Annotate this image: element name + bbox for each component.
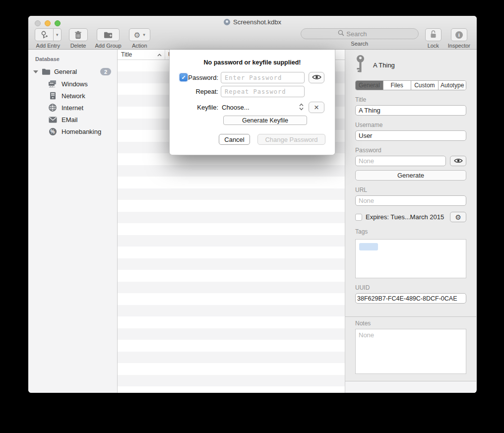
- sidebar-item-general[interactable]: General 2: [28, 65, 117, 78]
- tags-field[interactable]: [355, 239, 466, 278]
- sidebar-item-label: Internet: [62, 104, 83, 112]
- window-chrome: Screenshot.kdbx ▾ Add Entry: [28, 16, 477, 50]
- search-group: Search: [301, 28, 419, 49]
- dialog-repeat-label: Repeat:: [180, 88, 221, 95]
- search-input[interactable]: [346, 30, 381, 38]
- url-field-label: URL: [355, 186, 466, 193]
- info-icon: i: [455, 31, 463, 39]
- folder-icon: [42, 68, 51, 76]
- uuid-field[interactable]: [355, 293, 466, 304]
- add-group-label: Add Group: [95, 43, 122, 49]
- sidebar-item-label: Homebanking: [62, 128, 101, 135]
- gear-icon: ⚙: [134, 31, 140, 39]
- sidebar-item-windows[interactable]: Windows: [28, 78, 117, 90]
- tab-files[interactable]: Files: [383, 81, 411, 90]
- gear-icon: ⚙: [455, 214, 461, 221]
- inspector-button[interactable]: i: [451, 28, 467, 41]
- sidebar-item-label: Windows: [62, 80, 88, 88]
- eye-icon: [454, 157, 463, 166]
- sidebar-item-label: Network: [62, 92, 85, 100]
- delete-button[interactable]: [69, 28, 88, 41]
- sidebar-section-header: Database: [35, 56, 117, 62]
- entry-title: A Thing: [373, 62, 395, 69]
- notes-field[interactable]: [355, 329, 466, 374]
- tab-general[interactable]: General: [356, 81, 383, 90]
- search-field[interactable]: [301, 28, 419, 39]
- title-field-label: Title: [355, 96, 466, 103]
- warning-message: No password or keyfile supplied!: [170, 59, 335, 66]
- username-field-label: Username: [355, 122, 466, 128]
- tab-autotype[interactable]: Autotype: [438, 81, 466, 90]
- windows-network-icon: [48, 80, 57, 88]
- key-plus-icon: [40, 31, 49, 39]
- inspector-tabs: General Files Custom Autotype: [355, 80, 466, 90]
- envelope-icon: [48, 116, 57, 124]
- tab-custom[interactable]: Custom: [411, 81, 439, 90]
- expires-row: Expires: Tues...March 2015 ⚙: [355, 212, 466, 222]
- repeat-password-input[interactable]: [221, 86, 305, 97]
- inspector-panel: A Thing General Files Custom Autotype Ti…: [345, 50, 476, 393]
- dialog-password-label: Password:: [180, 74, 221, 81]
- add-entry-label: Add Entry: [36, 43, 60, 49]
- action-label: Action: [132, 43, 147, 49]
- change-password-button[interactable]: Change Password: [257, 134, 325, 145]
- sidebar-item-internet[interactable]: Internet: [28, 102, 117, 114]
- add-entry-group: ▾ Add Entry: [35, 28, 62, 49]
- lock-group: Lock: [425, 28, 441, 49]
- sidebar: Database General 2 Windows Network: [28, 50, 118, 393]
- generate-keyfile-button[interactable]: Generate Keyfile: [223, 116, 307, 125]
- add-entry-dropdown-button[interactable]: ▾: [54, 28, 62, 41]
- disclosure-triangle-icon[interactable]: [33, 70, 38, 73]
- password-field[interactable]: [355, 156, 446, 166]
- clear-x-icon: ×: [314, 103, 319, 112]
- expires-checkbox[interactable]: [355, 214, 362, 221]
- url-field[interactable]: [355, 195, 466, 206]
- trash-icon: [74, 31, 83, 39]
- sidebar-item-label: EMail: [62, 116, 78, 124]
- dropdown-arrow-icon: ▾: [56, 33, 59, 37]
- keyfile-popup[interactable]: Choose...: [221, 103, 305, 112]
- sidebar-item-network[interactable]: Network: [28, 90, 117, 102]
- clear-keyfile-button[interactable]: ×: [309, 102, 324, 113]
- keyfile-popup-value: Choose...: [222, 104, 250, 111]
- chevron-down-icon: ▾: [143, 33, 145, 37]
- app-window: Screenshot.kdbx ▾ Add Entry: [28, 16, 477, 393]
- cancel-button[interactable]: Cancel: [219, 134, 250, 145]
- sidebar-item-email[interactable]: EMail: [28, 114, 117, 125]
- tag-token[interactable]: [359, 243, 378, 250]
- action-button[interactable]: ⚙ ▾: [129, 28, 150, 41]
- sort-ascending-icon: [157, 51, 162, 58]
- add-entry-button[interactable]: [35, 28, 54, 41]
- eye-icon: [312, 73, 321, 82]
- column-header-title[interactable]: Title: [118, 50, 165, 60]
- enter-password-input[interactable]: [221, 72, 305, 83]
- stepper-icon: [299, 103, 304, 112]
- reveal-password-button[interactable]: [309, 72, 324, 83]
- uuid-label: UUID: [355, 284, 466, 291]
- globe-icon: [48, 104, 57, 112]
- sidebar-item-label: General: [54, 68, 77, 75]
- add-group-group: Add Group: [95, 28, 122, 49]
- inspector-group: i Inspector: [448, 28, 470, 49]
- delete-group: Delete: [69, 28, 88, 49]
- search-label: Search: [351, 41, 368, 47]
- lock-button[interactable]: [425, 28, 441, 41]
- entry-count-badge: 2: [100, 68, 111, 75]
- username-field[interactable]: [355, 130, 466, 141]
- dialog-keyfile-label: Keyfile:: [180, 104, 221, 111]
- title-field[interactable]: [355, 105, 466, 116]
- unlocked-padlock-icon: [430, 30, 437, 40]
- delete-label: Delete: [70, 43, 86, 49]
- inspector-header: A Thing: [355, 55, 466, 75]
- action-group: ⚙ ▾ Action: [129, 28, 150, 49]
- generate-password-button[interactable]: Generate: [355, 170, 466, 181]
- server-icon: [48, 92, 57, 100]
- expires-settings-button[interactable]: ⚙: [450, 212, 466, 222]
- add-group-button[interactable]: [97, 28, 120, 41]
- inspector-label: Inspector: [448, 43, 470, 49]
- sidebar-item-homebanking[interactable]: % Homebanking: [28, 125, 117, 137]
- tags-label: Tags: [355, 228, 466, 235]
- document-icon: [224, 19, 230, 25]
- window-titlebar: Screenshot.kdbx: [28, 18, 477, 26]
- show-password-button[interactable]: [450, 156, 466, 166]
